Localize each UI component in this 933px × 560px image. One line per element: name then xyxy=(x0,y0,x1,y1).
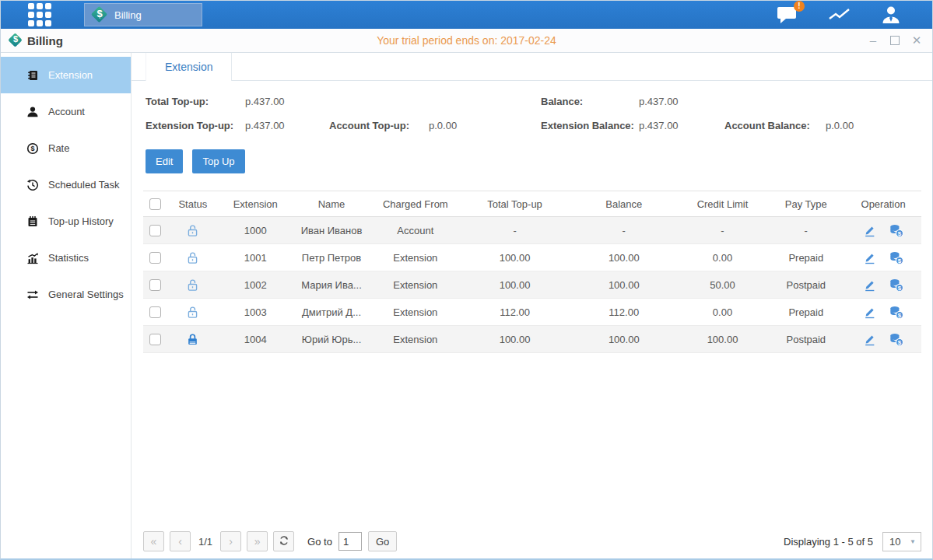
displaying-text: Displaying 1 - 5 of 5 xyxy=(784,536,873,548)
sidebar: Extension Account $ Rate Scheduled Task … xyxy=(1,53,132,558)
extension-table: Status Extension Name Charged From Total… xyxy=(143,191,921,353)
next-page-button[interactable]: › xyxy=(220,531,241,551)
sidebar-item-label: Top-up History xyxy=(48,215,114,227)
prev-page-button[interactable]: ‹ xyxy=(170,531,191,551)
top-up-row-icon[interactable]: $ xyxy=(889,223,903,236)
topup-history-notepad-icon xyxy=(26,215,39,228)
svg-text:$: $ xyxy=(898,311,902,318)
status-cell xyxy=(167,250,219,264)
notifications-chat-icon[interactable]: ! xyxy=(777,5,798,24)
pay-type-cell: Postpaid xyxy=(766,279,845,291)
table-row: 1002 Мария Ива... Extension 100.00 100.0… xyxy=(143,271,921,299)
page-size-value: 10 xyxy=(889,536,900,548)
name-cell: Дмитрий Д... xyxy=(293,306,371,318)
total-topup-cell: 100.00 xyxy=(460,334,570,345)
table-row: 1004 Юрий Юрь... Extension 100.00 100.00… xyxy=(143,326,921,353)
edit-row-icon[interactable] xyxy=(863,223,876,236)
chevron-down-icon: ▼ xyxy=(910,538,916,545)
close-icon[interactable]: ✕ xyxy=(910,34,923,47)
total-topup-cell: - xyxy=(460,225,570,236)
row-checkbox[interactable] xyxy=(149,279,161,291)
sidebar-item-account[interactable]: Account xyxy=(1,93,131,130)
minimize-icon[interactable]: – xyxy=(867,34,879,47)
edit-row-icon[interactable] xyxy=(863,278,876,291)
edit-row-icon[interactable] xyxy=(863,332,876,345)
pay-type-cell: - xyxy=(766,225,845,236)
extension-balance-label: Extension Balance: xyxy=(541,120,634,131)
go-button[interactable]: Go xyxy=(368,531,397,551)
charged-from-cell: Extension xyxy=(370,334,460,345)
sidebar-item-rate[interactable]: $ Rate xyxy=(1,130,131,166)
operation-cell: $ xyxy=(845,250,921,264)
sidebar-item-scheduled-task[interactable]: Scheduled Task xyxy=(1,166,131,203)
app-grid-icon[interactable] xyxy=(28,3,51,26)
page-size-select[interactable]: 10 ▼ xyxy=(882,532,921,551)
first-page-button[interactable]: « xyxy=(143,531,164,551)
credit-limit-cell: 0.00 xyxy=(679,306,767,318)
row-checkbox[interactable] xyxy=(149,334,161,345)
reports-chart-icon[interactable] xyxy=(828,6,851,23)
credit-limit-cell: 0.00 xyxy=(679,252,767,264)
sidebar-item-label: Extension xyxy=(48,69,93,81)
app-window: Billing ! Billing Your trial period ends… xyxy=(0,0,933,560)
taskbar-item-billing[interactable]: Billing xyxy=(84,3,202,26)
balance-cell: 100.00 xyxy=(570,279,679,291)
sidebar-item-label: Scheduled Task xyxy=(48,179,120,191)
last-page-button[interactable]: » xyxy=(247,531,268,551)
general-settings-sliders-icon xyxy=(26,289,39,301)
sidebar-item-statistics[interactable]: Statistics xyxy=(1,240,131,276)
table-row: 1000 Иван Иванов Account - - - - $ xyxy=(143,217,921,244)
top-up-row-icon[interactable]: $ xyxy=(889,332,903,345)
balance-label: Balance: xyxy=(541,96,583,107)
edit-row-icon[interactable] xyxy=(863,305,876,318)
svg-text:$: $ xyxy=(898,257,902,264)
table-row: 1001 Петр Петров Extension 100.00 100.00… xyxy=(143,244,921,271)
operation-cell: $ xyxy=(845,278,921,291)
rate-coin-icon: $ xyxy=(26,142,39,155)
top-up-button[interactable]: Top Up xyxy=(192,149,244,173)
charged-from-cell: Extension xyxy=(370,252,460,264)
name-cell: Петр Петров xyxy=(293,252,371,264)
edit-button[interactable]: Edit xyxy=(146,149,183,173)
select-all-checkbox[interactable] xyxy=(149,198,161,210)
main-content: Extension Total Top-up: p.437.00 Balance… xyxy=(132,53,932,558)
row-checkbox[interactable] xyxy=(149,306,161,318)
sidebar-item-extension[interactable]: Extension xyxy=(1,57,131,93)
credit-limit-cell: 100.00 xyxy=(679,334,767,345)
col-total-topup[interactable]: Total Top-up xyxy=(460,198,570,210)
col-extension[interactable]: Extension xyxy=(219,198,293,210)
refresh-button[interactable] xyxy=(273,531,294,551)
tab-extension[interactable]: Extension xyxy=(146,53,232,81)
top-bar: Billing ! xyxy=(1,1,932,29)
col-charged-from[interactable]: Charged From xyxy=(370,198,460,210)
col-name[interactable]: Name xyxy=(293,198,371,210)
sidebar-item-topup-history[interactable]: Top-up History xyxy=(1,203,131,240)
extension-cell: 1001 xyxy=(219,252,293,264)
extension-cell: 1003 xyxy=(219,306,293,318)
extension-balance-value: p.437.00 xyxy=(639,120,679,131)
col-balance[interactable]: Balance xyxy=(570,198,679,210)
sidebar-item-general-settings[interactable]: General Settings xyxy=(1,276,131,313)
total-topup-cell: 100.00 xyxy=(460,279,570,291)
col-pay-type[interactable]: Pay Type xyxy=(766,198,845,210)
edit-row-icon[interactable] xyxy=(863,250,876,264)
col-credit-limit[interactable]: Credit Limit xyxy=(679,198,767,210)
top-up-row-icon[interactable]: $ xyxy=(889,278,903,291)
top-up-row-icon[interactable]: $ xyxy=(889,250,903,264)
row-checkbox[interactable] xyxy=(149,225,161,236)
maximize-icon[interactable] xyxy=(890,36,900,45)
col-status[interactable]: Status xyxy=(167,198,219,210)
sidebar-item-label: Account xyxy=(48,106,85,117)
user-account-icon[interactable] xyxy=(881,5,901,25)
top-up-row-icon[interactable]: $ xyxy=(889,305,903,318)
name-cell: Юрий Юрь... xyxy=(293,334,371,345)
page-indicator: 1/1 xyxy=(198,536,212,548)
extension-topup-label: Extension Top-up: xyxy=(146,120,233,131)
svg-text:$: $ xyxy=(30,145,34,152)
account-balance-label: Account Balance: xyxy=(724,120,810,131)
table-header: Status Extension Name Charged From Total… xyxy=(143,191,921,217)
operation-cell: $ xyxy=(845,332,921,345)
col-operation[interactable]: Operation xyxy=(845,198,921,210)
goto-page-input[interactable] xyxy=(338,532,362,551)
row-checkbox[interactable] xyxy=(149,252,161,264)
